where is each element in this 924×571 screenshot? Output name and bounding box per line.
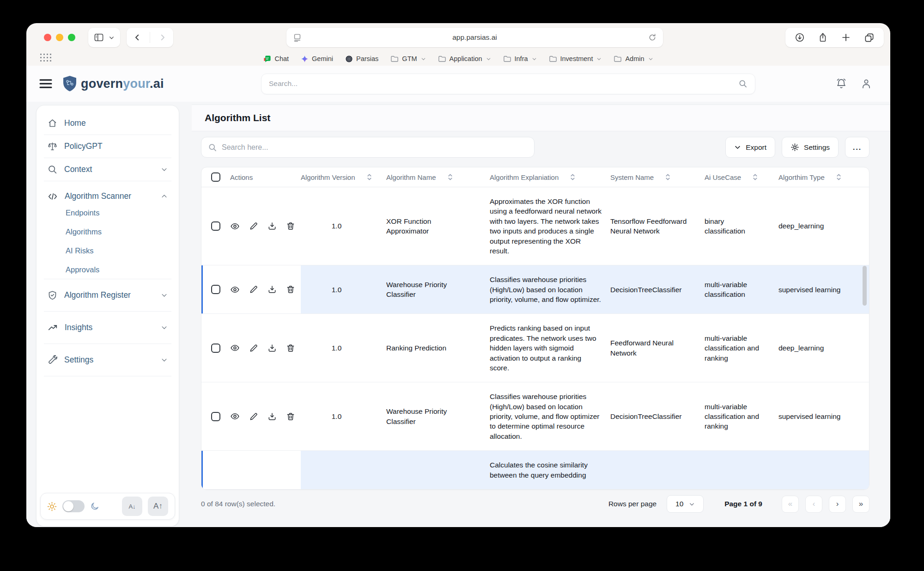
column-header-ai-usecase[interactable]: Ai UseCase [705,173,778,181]
bookmark-parsias[interactable]: Parsias [345,55,378,63]
bell-icon[interactable] [836,78,847,89]
cell-version [301,461,386,479]
sidebar-subitem-endpoints[interactable]: Endpoints [66,209,171,217]
previous-page-button[interactable]: ‹ [805,496,822,513]
close-window-button[interactable] [44,34,51,41]
bookmark-chat[interactable]: Chat [263,55,289,63]
user-icon[interactable] [861,78,872,89]
bookmark-folder-infra[interactable]: Infra [503,55,537,62]
last-page-button[interactable]: » [852,496,869,513]
bookmark-folder-gtm[interactable]: GTM [390,55,426,62]
column-header-system-name[interactable]: System Name [610,173,705,181]
sidebar-subitem-ai-risks[interactable]: AI Risks [66,246,171,255]
zoom-window-button[interactable] [68,34,75,41]
minimize-window-button[interactable] [56,34,63,41]
sidebar-subitem-approvals[interactable]: Approvals [66,265,171,274]
sidebar-item-settings[interactable]: Settings [44,349,171,371]
share-icon[interactable] [818,32,828,43]
download-icon[interactable] [267,285,277,294]
settings-button[interactable]: Settings [782,137,839,158]
cell-system: DecisionTreeClassifier [610,402,705,430]
forward-button[interactable] [158,33,167,42]
chevron-up-icon [161,193,168,200]
sort-icon[interactable] [665,173,671,181]
delete-icon[interactable] [286,285,295,294]
table-footer: 0 of 84 row(s) selected. Rows per page 1… [201,490,869,518]
download-icon[interactable] [267,344,277,353]
apps-grid-icon[interactable] [40,54,51,61]
row-actions [230,343,301,353]
refresh-icon[interactable] [648,33,657,42]
sort-icon[interactable] [836,173,842,181]
nav-buttons-group [127,28,173,47]
rows-per-page-select[interactable]: 10 [667,495,704,513]
column-header-algorithm-type[interactable]: Algorthim Type [778,173,869,181]
bookmark-folder-investment[interactable]: Investment [549,55,602,62]
more-options-button[interactable]: ... [845,137,869,158]
download-icon[interactable] [267,221,277,231]
table-scrollbar-thumb[interactable] [863,266,867,306]
sort-icon[interactable] [752,173,758,181]
back-button[interactable] [133,33,141,42]
header-icons [836,78,872,89]
reader-view-icon[interactable] [293,33,302,42]
table-search-input[interactable] [222,143,528,152]
chevron-down-icon[interactable] [109,35,115,41]
view-icon[interactable] [230,285,240,295]
delete-icon[interactable] [286,412,295,421]
sidebar-item-algorithm-register[interactable]: Algorithm Register [44,284,171,307]
edit-icon[interactable] [249,221,258,231]
downloads-icon[interactable] [795,32,805,43]
view-icon[interactable] [230,221,240,231]
edit-icon[interactable] [249,344,258,353]
browser-sidebar-icon[interactable] [94,33,104,42]
cell-version: 1.0 [301,276,386,304]
search-icon[interactable] [738,79,748,88]
edit-icon[interactable] [249,412,258,421]
column-header-algorithm-version[interactable]: Algorithm Version [301,173,386,181]
row-checkbox[interactable] [211,285,220,294]
sort-icon[interactable] [570,173,576,181]
sidebar-item-context[interactable]: Context [44,158,171,181]
row-checkbox[interactable] [211,344,220,353]
row-checkbox[interactable] [211,221,220,231]
select-all-checkbox[interactable] [211,172,220,182]
menu-icon[interactable] [39,79,52,89]
sidebar-item-insights[interactable]: Insights [44,316,171,339]
sidebar-subitem-algorithms[interactable]: Algorithms [66,227,171,236]
global-search-input[interactable] [269,80,738,88]
bookmark-folder-application[interactable]: Application [438,55,491,62]
cell-system: Tensorflow Feedforward Neural Network [610,207,705,246]
sort-icon[interactable] [447,173,453,181]
tab-overview-icon[interactable] [864,32,875,43]
delete-icon[interactable] [286,221,295,231]
edit-icon[interactable] [249,285,258,294]
sidebar-item-home[interactable]: Home [44,112,171,135]
chevron-down-icon [161,292,168,299]
cell-type [778,461,869,479]
row-checkbox[interactable] [211,412,220,421]
sidebar-toggle-group [88,28,120,47]
font-decrease-button[interactable]: A↓ [122,497,142,516]
bookmark-folder-admin[interactable]: Admin [614,55,653,62]
column-header-algorithm-explanation[interactable]: Algorithm Explaniation [490,173,610,181]
download-icon[interactable] [267,412,277,421]
next-page-button[interactable]: › [829,496,846,513]
view-icon[interactable] [230,343,240,353]
shield-logo-icon [62,75,77,92]
sort-icon[interactable] [366,173,372,181]
sidebar-item-policygpt[interactable]: PolicyGPT [44,135,171,158]
export-button[interactable]: Export [725,137,775,158]
font-increase-button[interactable]: A↑ [148,497,168,516]
first-page-button[interactable]: « [782,496,799,513]
url-bar[interactable]: app.parsias.ai [286,28,663,47]
column-header-algorithm-name[interactable]: Algorithm Name [386,173,490,181]
new-tab-icon[interactable] [841,32,851,43]
dark-mode-toggle[interactable] [62,500,85,512]
sidebar-item-algorithm-scanner[interactable]: Algorithm Scanner [44,185,171,208]
app-logo[interactable]: governyour.ai [62,75,164,92]
delete-icon[interactable] [286,344,295,353]
bookmark-gemini[interactable]: Gemini [301,55,333,63]
row-actions [230,411,301,421]
view-icon[interactable] [230,411,240,421]
